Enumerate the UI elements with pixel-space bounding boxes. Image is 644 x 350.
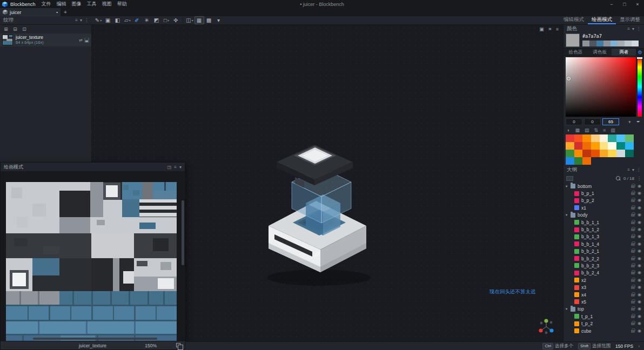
eye-icon[interactable]: ◉ (638, 213, 641, 217)
spray-tool[interactable]: ✳ (142, 16, 152, 24)
eye-icon[interactable]: ◉ (638, 264, 641, 268)
history-swatch[interactable] (596, 41, 603, 46)
history-swatch[interactable] (603, 41, 611, 46)
new-tab-button[interactable]: + (61, 8, 70, 16)
menu-item[interactable]: 文件 (39, 1, 54, 8)
outline-item[interactable]: b_p_1 ◉ (564, 190, 644, 197)
lock-icon[interactable] (631, 214, 635, 217)
palette-swatch[interactable] (616, 142, 625, 150)
copy-paste-tool[interactable]: ▣ (103, 16, 113, 24)
eye-icon[interactable]: ◉ (638, 314, 641, 319)
texture-filter-icon[interactable] (566, 176, 573, 181)
load-palette-icon[interactable]: ≡ (603, 127, 606, 133)
outline-more-icon[interactable]: ⋮ (637, 176, 641, 181)
outline-menu-icon[interactable]: ≡ (627, 167, 630, 172)
outline-item[interactable]: b_p_2 ◉ (564, 197, 644, 204)
eye-icon[interactable]: ◉ (638, 257, 641, 261)
eye-icon[interactable]: ◉ (638, 271, 641, 275)
palette-menu-icon[interactable]: ▥ (611, 127, 615, 133)
hue-marker[interactable] (637, 57, 642, 59)
fill-tool[interactable]: ◧ (113, 16, 123, 24)
lock-icon[interactable] (631, 279, 635, 282)
eye-icon[interactable]: ◉ (638, 321, 641, 326)
texture-item[interactable]: juicer_texture 64 x 64px (16x) ⇄ (0, 33, 91, 46)
lock-icon[interactable] (631, 258, 635, 260)
palette-swatch[interactable] (600, 134, 608, 142)
lock-icon[interactable] (631, 272, 635, 274)
texture-editor-canvas[interactable] (1, 171, 185, 341)
eye-icon[interactable]: ◉ (638, 184, 641, 189)
palette-swatch[interactable] (600, 150, 608, 157)
lock-icon[interactable] (631, 330, 635, 333)
outline-item[interactable]: b_b_2_3 ◉ (564, 262, 644, 269)
paint-expand-icon[interactable]: ◳ (167, 165, 172, 170)
texture-image[interactable] (6, 182, 177, 341)
palette-swatch[interactable] (625, 142, 634, 150)
move-tool[interactable]: ✜ (171, 16, 181, 24)
palette-swatch[interactable] (616, 150, 625, 157)
palette-swatch[interactable] (600, 142, 608, 150)
lock-icon[interactable] (631, 207, 635, 210)
eye-icon[interactable]: ◉ (638, 329, 641, 333)
lock-icon[interactable] (631, 243, 635, 246)
lock-icon[interactable] (631, 315, 635, 318)
palette-swatch[interactable] (608, 134, 616, 142)
outline-item[interactable]: b_b_1_1 ◉ (564, 219, 644, 226)
chevron-down-icon[interactable]: ▾ (566, 184, 571, 189)
zoom-level[interactable]: 150% (145, 343, 157, 348)
outline-item[interactable]: x4 ◉ (564, 291, 644, 298)
texture-refresh-icon[interactable]: ⇄ (79, 38, 83, 43)
palette-swatch[interactable] (582, 134, 591, 142)
swatch-grid-icon[interactable]: ▦ (575, 127, 580, 133)
create-texture-button[interactable]: ⊞ (2, 26, 10, 32)
outline-item[interactable]: b_b_2_4 ◉ (564, 270, 644, 277)
eye-icon[interactable]: ◉ (638, 249, 641, 253)
color-wheel-icon[interactable]: ◐ (567, 127, 570, 133)
outline-item[interactable]: x2 ◉ (564, 277, 644, 284)
eyedropper-icon[interactable]: ✒ (635, 118, 642, 125)
paint-menu-icon[interactable]: ≡ (174, 165, 177, 170)
outline-collapse-icon[interactable]: ▾ (632, 167, 634, 172)
eye-icon[interactable]: ◉ (638, 227, 641, 232)
eye-icon[interactable]: ◉ (638, 234, 641, 239)
outline-item[interactable]: ▾ top ◉ (564, 306, 644, 313)
toolbar-divider[interactable] (183, 17, 183, 23)
history-swatch[interactable] (632, 41, 639, 46)
outline-item[interactable]: b_b_1_2 ◉ (564, 226, 644, 233)
color-picker-tab[interactable]: 调色板 (588, 49, 612, 56)
lock-icon[interactable] (631, 322, 635, 325)
eye-icon[interactable]: ◉ (638, 285, 641, 290)
lock-icon[interactable] (631, 185, 635, 188)
lock-icon[interactable] (631, 235, 635, 238)
menu-item[interactable]: 图像 (69, 1, 84, 8)
textures-menu-icon[interactable]: ≡ (75, 18, 78, 23)
lock-icon[interactable] (631, 250, 635, 253)
outline-item[interactable]: t_p_1 ◉ (564, 313, 644, 320)
palette-swatch[interactable] (574, 134, 583, 142)
palette-swatch[interactable] (566, 150, 574, 157)
save-texture-icon[interactable] (84, 38, 89, 43)
eye-icon[interactable]: ◉ (638, 206, 641, 210)
add-color-button[interactable]: + (626, 118, 633, 125)
eye-icon[interactable]: ◉ (638, 278, 641, 282)
palette-swatch[interactable] (574, 142, 583, 150)
palette-swatch[interactable] (591, 142, 600, 150)
maximize-button[interactable]: □ (618, 2, 631, 7)
palette-swatch[interactable] (582, 142, 591, 150)
menu-item[interactable]: 帮助 (115, 1, 130, 8)
palette-swatch[interactable] (608, 150, 616, 157)
palette-swatch[interactable] (566, 157, 574, 165)
palette-swatch[interactable] (591, 134, 600, 142)
eye-icon[interactable]: ◉ (638, 191, 641, 196)
lock-icon[interactable] (631, 286, 635, 289)
chevron-down-icon[interactable]: ▾ (566, 213, 571, 217)
sv-marker[interactable] (567, 77, 571, 80)
screenshot-icon[interactable]: ▣ (539, 26, 544, 32)
outline-item[interactable]: b_b_1_4 ◉ (564, 240, 644, 247)
lock-icon[interactable] (631, 221, 635, 224)
palette-swatch[interactable] (582, 157, 591, 165)
outline-item[interactable]: x1 ◉ (564, 204, 644, 211)
history-swatch[interactable] (582, 41, 589, 46)
color-picker-tab[interactable]: 拾色器 (564, 49, 588, 56)
outline-item[interactable]: x5 ◉ (564, 298, 644, 305)
